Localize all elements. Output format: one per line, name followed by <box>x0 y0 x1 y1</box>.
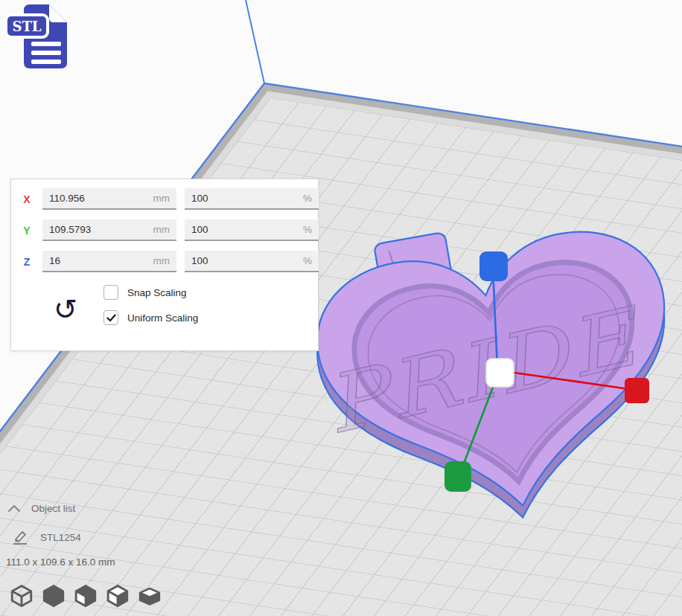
scale-row-y: Y mm % <box>19 219 310 242</box>
snap-scaling-checkbox[interactable] <box>103 285 118 300</box>
y-percent-input[interactable] <box>185 224 303 235</box>
scale-tool-panel: X mm % Y mm % Z mm % ↺ <box>10 179 319 351</box>
z-size-field: mm <box>42 251 176 272</box>
chevron-up-icon[interactable] <box>7 504 21 513</box>
view-iso-icon[interactable] <box>9 583 34 609</box>
z-scale-handle[interactable] <box>479 251 508 281</box>
y-size-field: mm <box>42 219 176 241</box>
z-percent-input[interactable] <box>185 255 303 266</box>
x-size-input[interactable] <box>42 193 153 204</box>
edit-pencil-icon[interactable] <box>12 530 28 545</box>
x-scale-handle[interactable] <box>625 378 649 403</box>
stl-file-badge: STL <box>4 0 73 74</box>
axis-z-label: Z <box>19 256 34 268</box>
object-item-name: STL1254 <box>40 532 81 543</box>
snap-scaling-label: Snap Scaling <box>127 287 187 298</box>
view-front-icon[interactable] <box>73 583 98 609</box>
uniform-scaling-row: Uniform Scaling <box>103 310 198 325</box>
scale-options: ↺ Snap Scaling Uniform Scaling <box>36 285 318 325</box>
x-size-field: mm <box>42 188 176 210</box>
axis-y-label: Y <box>19 225 34 237</box>
center-scale-handle[interactable] <box>486 359 514 387</box>
y-size-input[interactable] <box>42 224 153 235</box>
snap-scaling-row: Snap Scaling <box>103 285 198 300</box>
axis-x-label: X <box>19 193 34 205</box>
y-percent-field: % <box>185 219 319 241</box>
y-percent-unit: % <box>303 224 319 235</box>
plate-corner-z-axis-line <box>246 0 264 83</box>
uniform-scaling-label: Uniform Scaling <box>127 312 198 324</box>
doc-line-1 <box>31 42 61 46</box>
doc-line-3 <box>31 60 61 64</box>
x-percent-input[interactable] <box>185 193 303 204</box>
scale-row-x: X mm % <box>19 187 310 211</box>
camera-view-toolbar <box>9 583 162 609</box>
y-size-unit: mm <box>153 224 177 235</box>
view-left-icon[interactable] <box>105 583 130 609</box>
object-list-header[interactable]: Object list <box>7 503 75 514</box>
uniform-scaling-checkbox[interactable] <box>103 310 118 325</box>
z-size-unit: mm <box>153 255 177 266</box>
z-percent-unit: % <box>303 255 319 266</box>
object-dimensions: 111.0 x 109.6 x 16.0 mm <box>6 556 115 568</box>
object-list-title: Object list <box>31 503 75 514</box>
document-fold <box>49 4 67 22</box>
checkmark-icon <box>106 314 116 322</box>
scale-row-z: Z mm % <box>19 250 310 273</box>
object-list-item[interactable]: STL1254 <box>12 530 81 545</box>
x-percent-unit: % <box>303 193 319 204</box>
view-solid-icon[interactable] <box>41 583 66 609</box>
z-size-input[interactable] <box>42 255 153 266</box>
y-scale-handle[interactable] <box>444 461 471 492</box>
stl-label: STL <box>12 19 41 34</box>
x-size-unit: mm <box>153 193 177 204</box>
z-percent-field: % <box>185 251 319 272</box>
x-percent-field: % <box>185 188 319 210</box>
reset-scale-icon[interactable]: ↺ <box>54 295 77 324</box>
view-top-icon[interactable] <box>137 583 162 609</box>
doc-line-2 <box>31 51 61 55</box>
